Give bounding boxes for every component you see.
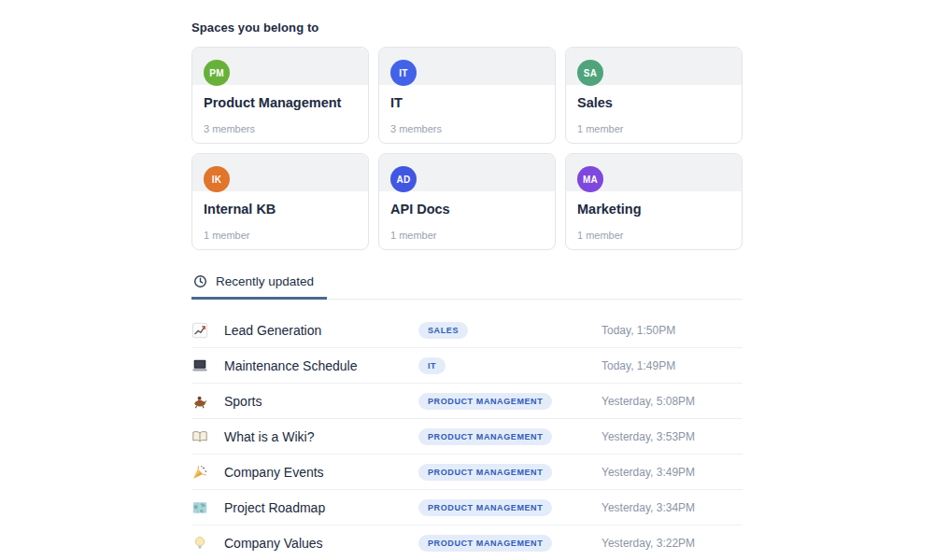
recent-page-row[interactable]: Company Events PRODUCT MANAGEMENT Yester… <box>191 455 743 490</box>
space-badge[interactable]: PRODUCT MANAGEMENT <box>418 393 552 410</box>
page-title-text: Lead Generation <box>224 323 418 338</box>
tab-recently-updated[interactable]: Recently updated <box>191 274 327 300</box>
page-title-text: What is a Wiki? <box>224 429 418 444</box>
space-avatar: IT <box>390 60 417 86</box>
space-card[interactable]: AD API Docs 1 member <box>378 153 556 250</box>
world-map-icon <box>191 499 208 516</box>
updated-time: Yesterday, 3:22PM <box>601 537 743 550</box>
space-member-count: 1 member <box>204 230 357 241</box>
recent-page-row[interactable]: Lead Generation SALES Today, 1:50PM <box>191 313 743 348</box>
space-name: Internal KB <box>204 202 357 217</box>
page-title-text: Project Roadmap <box>224 500 418 515</box>
space-card[interactable]: SA Sales 1 member <box>565 47 743 144</box>
updated-time: Yesterday, 3:34PM <box>601 501 743 514</box>
page-title-text: Sports <box>224 394 418 409</box>
page-title-text: Company Events <box>224 465 418 480</box>
recent-page-row[interactable]: Sports PRODUCT MANAGEMENT Yesterday, 5:0… <box>191 384 743 419</box>
page-title-text: Company Values <box>224 536 418 551</box>
space-name: Product Management <box>204 95 357 110</box>
space-name: IT <box>390 95 544 110</box>
space-badge[interactable]: PRODUCT MANAGEMENT <box>418 499 552 516</box>
space-badge[interactable]: IT <box>418 357 446 374</box>
space-avatar: AD <box>390 166 417 192</box>
party-popper-icon <box>191 464 208 481</box>
recent-page-row[interactable]: Company Values PRODUCT MANAGEMENT Yester… <box>191 525 743 560</box>
main-content: Spaces you belong to PM Product Manageme… <box>191 0 743 560</box>
space-avatar: SA <box>577 60 603 86</box>
horse-racing-icon <box>191 393 208 410</box>
updated-time: Yesterday, 3:49PM <box>601 466 743 479</box>
space-badge[interactable]: PRODUCT MANAGEMENT <box>418 428 552 445</box>
space-name: API Docs <box>390 202 544 217</box>
recently-updated-list: Lead Generation SALES Today, 1:50PM Main… <box>191 313 743 560</box>
updated-time: Yesterday, 3:53PM <box>601 430 743 443</box>
space-name: Sales <box>577 95 730 110</box>
open-book-icon <box>191 428 208 445</box>
recent-page-row[interactable]: Project Roadmap PRODUCT MANAGEMENT Yeste… <box>191 490 743 525</box>
recent-page-row[interactable]: What is a Wiki? PRODUCT MANAGEMENT Yeste… <box>191 419 743 455</box>
tabs-bar: Recently updated <box>191 274 743 300</box>
page-title: Spaces you belong to <box>191 0 743 35</box>
page-title-text: Maintenance Schedule <box>224 358 418 373</box>
space-member-count: 1 member <box>390 230 544 241</box>
laptop-icon <box>191 357 208 374</box>
space-badge[interactable]: SALES <box>418 322 468 339</box>
spaces-grid: PM Product Management 3 members IT IT 3 … <box>191 47 743 250</box>
space-member-count: 3 members <box>204 123 357 134</box>
updated-time: Yesterday, 5:08PM <box>601 395 743 408</box>
space-member-count: 1 member <box>577 123 730 134</box>
space-badge[interactable]: PRODUCT MANAGEMENT <box>418 535 552 552</box>
space-avatar: MA <box>577 166 603 192</box>
updated-time: Today, 1:50PM <box>601 324 743 337</box>
recent-page-row[interactable]: Maintenance Schedule IT Today, 1:49PM <box>191 348 743 384</box>
space-member-count: 1 member <box>577 230 730 241</box>
space-member-count: 3 members <box>390 123 544 134</box>
clock-icon <box>193 274 207 288</box>
space-avatar: IK <box>204 166 230 192</box>
chart-increasing-icon <box>191 322 208 339</box>
updated-time: Today, 1:49PM <box>601 359 743 372</box>
space-avatar: PM <box>204 60 230 86</box>
space-name: Marketing <box>577 202 730 217</box>
space-card[interactable]: IT IT 3 members <box>378 47 556 144</box>
light-bulb-icon <box>191 535 208 552</box>
space-card[interactable]: IK Internal KB 1 member <box>191 153 369 250</box>
space-card[interactable]: PM Product Management 3 members <box>191 47 369 144</box>
space-badge[interactable]: PRODUCT MANAGEMENT <box>418 464 552 481</box>
tab-label: Recently updated <box>216 274 314 288</box>
space-card[interactable]: MA Marketing 1 member <box>565 153 743 250</box>
